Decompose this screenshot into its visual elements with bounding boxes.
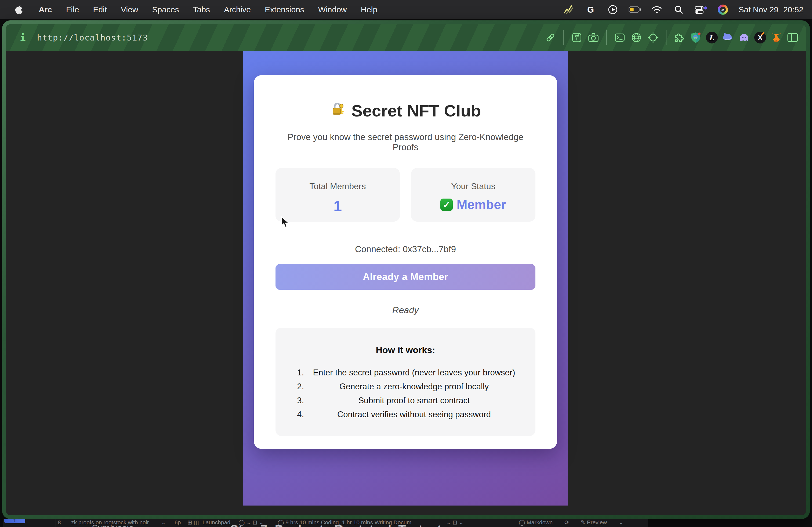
link-icon[interactable] [544,31,557,44]
background-window-strip[interactable]: 7 8 zk proofs on rootstock with noir ⌄ 6… [3,519,648,527]
how-step-1: 1. Enter the secret password (never leav… [288,366,523,379]
bg-preview-toggle[interactable]: ✎ Preview [581,519,607,526]
bg-fragment: ⟳ [564,519,569,526]
your-status-box: Your Status ✓ Member [411,168,535,222]
how-step-3: 3. Submit proof to smart contract [288,394,523,407]
browser-viewport: Secret NFT Club Prove you know the secre… [6,51,806,515]
bg-fragment: 6p [175,519,181,526]
menu-view[interactable]: View [121,5,138,14]
bg-note-title[interactable]: Symbiosis [92,523,133,527]
toolbar-divider [666,30,666,45]
control-center-icon[interactable] [695,3,707,16]
menu-file[interactable]: File [66,5,79,14]
connected-address: Connected: 0x37cb...7bf9 [276,244,535,254]
total-members-box: Total Members 1 [276,168,400,222]
menu-edit[interactable]: Edit [93,5,107,14]
how-it-works-title: How it works: [288,345,523,355]
toolbar-divider [606,30,607,45]
battery-icon[interactable] [628,3,641,16]
bg-fragment: Launchpad [202,519,230,526]
already-a-member-button[interactable]: Already a Member [276,264,535,290]
background-window-blue-tab[interactable]: 7 [4,519,25,523]
loom-icon[interactable]: L [706,31,718,44]
spotlight-search-icon[interactable] [673,3,685,16]
total-members-label: Total Members [309,181,366,191]
x-wallet-icon[interactable]: X [754,31,766,44]
status-text: Ready [276,305,535,315]
how-step-4: 4. Contract verifies without seeing pass… [288,408,523,421]
total-members-value: 1 [334,197,342,215]
page-title: Secret NFT Club [276,101,535,120]
menu-spaces[interactable]: Spaces [152,5,179,14]
extensions-puzzle-icon[interactable] [673,31,686,44]
metamask-icon[interactable] [770,31,782,44]
lock-emoji-icon [330,101,346,120]
check-mark-icon: ✓ [440,199,453,211]
mouse-cursor [280,216,290,229]
member-status-value: Member [456,197,506,212]
camera-icon[interactable] [587,31,600,44]
bg-fragment: 8 [58,519,61,526]
terminal-icon[interactable] [613,31,626,44]
phantom-wallet-icon[interactable] [738,31,750,44]
grammarly-icon[interactable]: G [584,3,597,16]
page-subtitle: Prove you know the secret password using… [276,132,535,152]
arc-browser-window: i http://localhost:5173 [2,20,810,519]
bg-doc-heading: Step 7: Deploy to Rootstock Testnet [230,522,441,527]
site-info-icon[interactable]: i [20,32,26,43]
media-flower-icon[interactable] [570,31,583,44]
clock-date: Sat Nov 29 [739,5,779,14]
bg-fragment: ⊞ ◫ [187,519,199,526]
macos-menu-bar: Arc File Edit View Spaces Tabs Archive E… [0,0,812,19]
crosshair-icon[interactable] [647,31,659,44]
toolbar-divider [563,30,564,45]
menu-window[interactable]: Window [318,5,347,14]
bg-fragment: ⌄ [161,519,166,526]
loop-ring-icon[interactable]: ∞ [717,3,729,16]
play-circle-icon[interactable] [607,3,619,16]
secret-nft-club-card: Secret NFT Club Prove you know the secre… [254,75,557,449]
your-status-label: Your Status [451,181,495,191]
address-bar[interactable]: i http://localhost:5173 [6,32,148,43]
menu-archive[interactable]: Archive [224,5,251,14]
apple-menu-icon[interactable] [12,3,25,16]
menu-tabs[interactable]: Tabs [193,5,210,14]
bg-fragment: ⌄ [619,519,624,526]
url-text[interactable]: http://localhost:5173 [37,33,148,42]
clock-time: 20:52 [783,5,803,14]
how-it-works-box: How it works: 1. Enter the secret passwo… [276,328,535,436]
menu-extensions[interactable]: Extensions [265,5,304,14]
wifi-icon[interactable] [651,3,663,16]
menu-help[interactable]: Help [361,5,378,14]
split-view-icon[interactable] [786,31,799,44]
menu-app-name[interactable]: Arc [39,5,52,14]
page-background-gradient: Secret NFT Club Prove you know the secre… [243,51,568,506]
browser-toolbar: i http://localhost:5173 [6,24,806,51]
how-step-2: 2. Generate a zero-knowledge proof local… [288,380,523,393]
page-title-text: Secret NFT Club [351,101,481,120]
menu-clock[interactable]: Sat Nov 29 20:52 [739,5,804,14]
pane-divider [56,519,56,527]
screen: Arc File Edit View Spaces Tabs Archive E… [0,0,812,527]
adguard-shield-icon[interactable] [690,31,702,44]
globe-icon[interactable] [630,31,643,44]
stocks-icon[interactable] [563,3,575,16]
rabby-wallet-icon[interactable] [722,31,734,44]
bg-fragment: ⌄ ⊡ ⌄ [446,519,463,526]
bg-markdown-toggle[interactable]: ◯ Markdown [519,519,553,526]
